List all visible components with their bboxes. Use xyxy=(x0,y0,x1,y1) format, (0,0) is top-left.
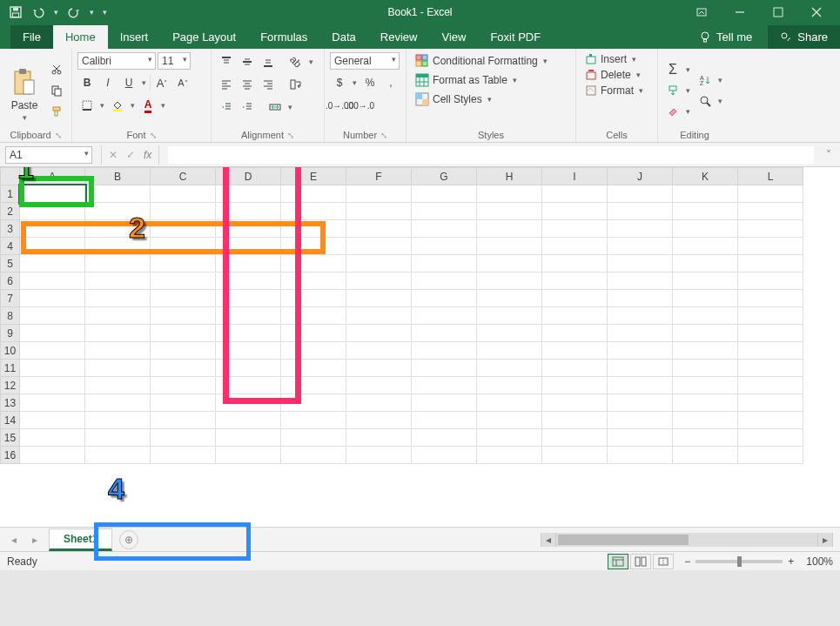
formula-bar-expand[interactable]: ˅ xyxy=(823,149,835,161)
cell[interactable] xyxy=(20,203,85,220)
row-header[interactable]: 13 xyxy=(1,394,20,412)
cell[interactable] xyxy=(673,238,738,255)
cell[interactable] xyxy=(412,273,477,290)
cell[interactable] xyxy=(477,273,542,290)
redo-icon[interactable] xyxy=(65,3,83,21)
cell[interactable] xyxy=(216,447,281,464)
cell[interactable] xyxy=(346,377,412,394)
cell[interactable] xyxy=(738,377,803,394)
cell[interactable] xyxy=(477,203,542,220)
cell[interactable] xyxy=(542,185,608,203)
name-box[interactable]: A1 xyxy=(5,146,92,164)
cell[interactable] xyxy=(412,412,477,429)
cell[interactable] xyxy=(738,290,803,307)
save-icon[interactable] xyxy=(7,3,24,21)
cell[interactable] xyxy=(542,255,608,273)
cell[interactable] xyxy=(346,185,412,203)
add-sheet-button[interactable]: ⊕ xyxy=(119,530,138,549)
cell[interactable] xyxy=(346,447,412,464)
cell[interactable] xyxy=(738,412,803,429)
cell[interactable] xyxy=(151,325,216,342)
row-header[interactable]: 7 xyxy=(1,290,20,307)
cell[interactable] xyxy=(608,185,673,203)
cell[interactable] xyxy=(542,447,608,464)
cell[interactable] xyxy=(281,290,346,307)
alignment-launcher[interactable]: ⤡ xyxy=(287,131,294,140)
cell[interactable] xyxy=(412,325,477,342)
view-normal-button[interactable] xyxy=(608,554,628,569)
fx-icon[interactable]: fx xyxy=(144,149,151,161)
cell[interactable] xyxy=(673,447,738,464)
cell[interactable] xyxy=(673,342,738,360)
cell[interactable] xyxy=(346,290,412,307)
cell[interactable] xyxy=(477,238,542,255)
cell[interactable] xyxy=(20,447,85,464)
sheet-nav-next[interactable]: ▸ xyxy=(28,534,42,546)
cell[interactable] xyxy=(412,307,477,325)
italic-button[interactable]: I xyxy=(98,73,118,92)
cell[interactable] xyxy=(542,273,608,290)
fill-button[interactable] xyxy=(663,81,682,100)
formula-input[interactable] xyxy=(168,146,814,164)
format-cells-button[interactable]: Format▾ xyxy=(581,84,652,98)
col-header[interactable]: A xyxy=(20,168,85,185)
cell[interactable] xyxy=(477,447,542,464)
font-color-button[interactable]: A xyxy=(138,96,158,115)
row-header[interactable]: 2 xyxy=(1,203,20,220)
autosum-dropdown[interactable]: ▾ xyxy=(684,65,692,74)
cell[interactable] xyxy=(542,394,608,412)
cell[interactable] xyxy=(673,307,738,325)
cell[interactable] xyxy=(542,238,608,255)
col-header[interactable]: H xyxy=(477,168,542,185)
cell[interactable] xyxy=(216,255,281,273)
cell[interactable] xyxy=(346,255,412,273)
cell[interactable] xyxy=(151,220,216,238)
col-header[interactable]: B xyxy=(85,168,151,185)
cell[interactable] xyxy=(216,290,281,307)
cell[interactable] xyxy=(216,203,281,220)
cell[interactable] xyxy=(738,447,803,464)
cell[interactable] xyxy=(477,342,542,360)
cell[interactable] xyxy=(85,377,151,394)
cell[interactable] xyxy=(216,273,281,290)
comma-button[interactable]: , xyxy=(381,73,400,92)
cell[interactable] xyxy=(346,220,412,238)
row-header[interactable]: 12 xyxy=(1,377,20,394)
select-all-corner[interactable] xyxy=(1,168,20,185)
wrap-text-button[interactable] xyxy=(286,75,306,94)
align-top-button[interactable] xyxy=(217,52,236,71)
cell[interactable] xyxy=(412,290,477,307)
row-header[interactable]: 4 xyxy=(1,238,20,255)
cell-styles-button[interactable]: Cell Styles▾ xyxy=(412,91,570,108)
scroll-thumb[interactable] xyxy=(558,535,689,545)
cell[interactable] xyxy=(346,307,412,325)
cell[interactable] xyxy=(85,325,151,342)
cell[interactable] xyxy=(20,255,85,273)
cell[interactable] xyxy=(346,325,412,342)
cell[interactable] xyxy=(542,342,608,360)
cell[interactable] xyxy=(281,342,346,360)
cell[interactable] xyxy=(85,255,151,273)
font-size-select[interactable]: 11 xyxy=(158,52,191,70)
cell[interactable] xyxy=(281,220,346,238)
cell[interactable] xyxy=(673,394,738,412)
share-button[interactable]: Share xyxy=(768,25,840,49)
tab-formulas[interactable]: Formulas xyxy=(248,25,319,49)
clear-dropdown[interactable]: ▾ xyxy=(684,107,692,116)
cell[interactable] xyxy=(477,377,542,394)
cell[interactable] xyxy=(673,360,738,377)
cell[interactable] xyxy=(216,238,281,255)
cell[interactable] xyxy=(20,307,85,325)
cell[interactable] xyxy=(281,412,346,429)
cell[interactable] xyxy=(608,220,673,238)
align-middle-button[interactable] xyxy=(238,52,257,71)
cell[interactable] xyxy=(738,220,803,238)
row-header[interactable]: 9 xyxy=(1,325,20,342)
cell[interactable] xyxy=(608,307,673,325)
fill-dropdown[interactable]: ▾ xyxy=(684,86,692,95)
copy-button[interactable] xyxy=(47,81,66,100)
cell[interactable] xyxy=(216,394,281,412)
align-right-button[interactable] xyxy=(259,75,278,94)
cell[interactable] xyxy=(542,307,608,325)
cell[interactable] xyxy=(20,325,85,342)
